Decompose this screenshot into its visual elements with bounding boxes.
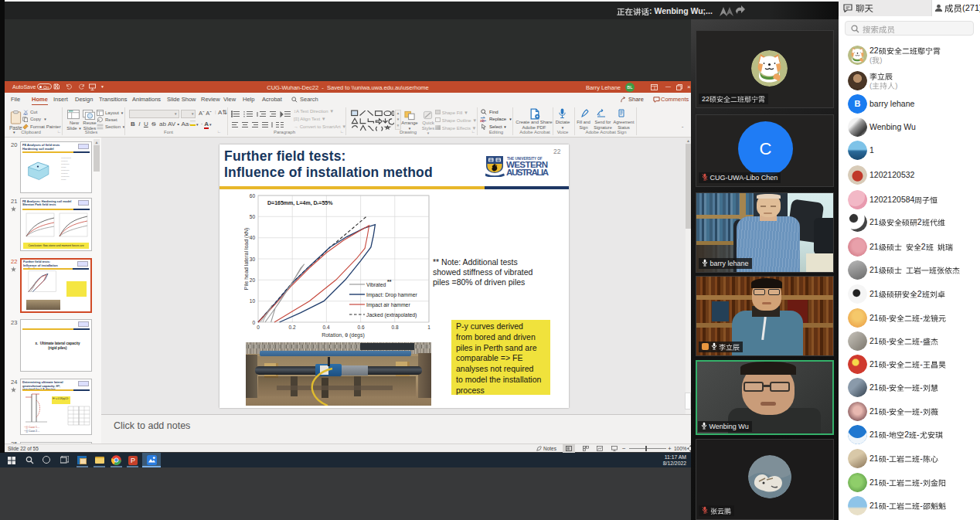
svg-text:Impact: Drop hammer: Impact: Drop hammer bbox=[366, 292, 417, 298]
svg-text:60: 60 bbox=[250, 193, 256, 199]
svg-text:40: 40 bbox=[250, 235, 256, 240]
svg-text:Pile head lateral load (kN): Pile head lateral load (kN) bbox=[244, 228, 250, 291]
svg-text:0.2: 0.2 bbox=[288, 325, 295, 330]
svg-text:10: 10 bbox=[250, 298, 256, 304]
svg-text:30: 30 bbox=[250, 257, 256, 262]
svg-text:0.4: 0.4 bbox=[322, 325, 329, 330]
svg-text:s: s bbox=[598, 112, 601, 117]
svg-text:20: 20 bbox=[250, 277, 256, 283]
svg-text:0: 0 bbox=[252, 320, 255, 325]
svg-text:0.6: 0.6 bbox=[357, 325, 364, 330]
svg-text:Impact air hammer: Impact air hammer bbox=[366, 302, 410, 308]
svg-text:50: 50 bbox=[250, 214, 256, 219]
svg-text:ab: ab bbox=[480, 118, 485, 123]
svg-text:0: 0 bbox=[257, 325, 260, 330]
svg-text:0.8: 0.8 bbox=[391, 325, 398, 330]
svg-text:1: 1 bbox=[427, 325, 430, 330]
svg-text:Jacked (extrapolated): Jacked (extrapolated) bbox=[366, 312, 417, 318]
svg-text:**: ** bbox=[387, 279, 392, 284]
svg-text:Vibrated: Vibrated bbox=[366, 282, 386, 287]
svg-text:D=165mm, L=4m, Dᵣ=55%: D=165mm, L=4m, Dᵣ=55% bbox=[267, 200, 333, 206]
svg-text:AUSTRALIA: AUSTRALIA bbox=[506, 168, 549, 177]
svg-text:Rotation, θ (degs): Rotation, θ (degs) bbox=[322, 332, 365, 338]
